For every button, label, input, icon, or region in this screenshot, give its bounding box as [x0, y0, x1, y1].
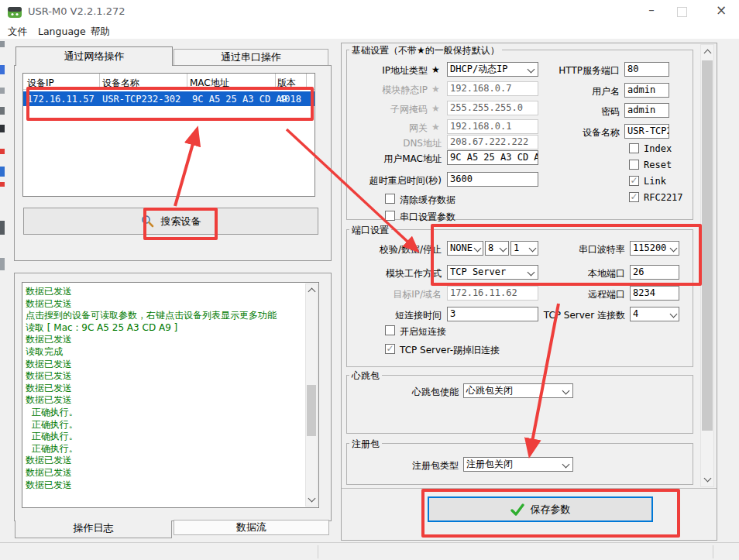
log-line: 数据已发送	[26, 298, 303, 311]
device-ip-cell: 172.16.11.57	[27, 94, 95, 105]
baud-select[interactable]: 115200	[630, 241, 679, 256]
ip-type-value: DHCP/动态IP	[450, 64, 508, 74]
work-mode-select[interactable]: TCP Server	[447, 265, 538, 280]
local-port-field[interactable]: 26	[630, 265, 679, 280]
register-type-select[interactable]: 注册包关闭	[463, 457, 573, 472]
menu-help[interactable]: 帮助	[91, 26, 110, 39]
device-col-name[interactable]: 设备名称	[102, 77, 139, 90]
log-scrollbar-thumb[interactable]	[307, 385, 316, 436]
minimize-button[interactable]: –	[640, 3, 663, 20]
menu-file[interactable]: 文件	[8, 26, 27, 39]
column-separator	[99, 74, 100, 89]
tab-operation-log[interactable]: 操作日志	[15, 520, 172, 538]
status-bar-divider	[713, 545, 713, 558]
gateway-field[interactable]: 192.168.0.1	[447, 119, 538, 134]
http-port-field[interactable]: 80	[624, 62, 669, 77]
stopbits-select[interactable]: 1	[510, 241, 538, 256]
heartbeat-enable-select[interactable]: 心跳包关闭	[463, 383, 573, 398]
dns-field[interactable]: 208.67.222.222	[447, 135, 538, 149]
user-mac-field[interactable]: 9C A5 25 A3 CD A9	[447, 150, 538, 165]
target-ip-field[interactable]: 172.16.11.62	[447, 286, 538, 301]
clear-cache-label: 清除缓存数据	[400, 194, 455, 207]
search-device-button[interactable]: 搜索设备	[23, 208, 318, 235]
device-col-mac[interactable]: MAC地址	[190, 77, 229, 90]
subnet-star: ★	[431, 103, 442, 114]
settings-scrollbar-thumb[interactable]	[702, 60, 713, 431]
link-checkbox[interactable]: ✓	[629, 176, 639, 186]
reset-checkbox[interactable]	[629, 160, 639, 170]
device-name-label: 设备名称	[542, 126, 620, 139]
databits-value: 8	[488, 242, 493, 253]
parity-value: NONE	[450, 242, 473, 253]
clear-cache-checkbox[interactable]	[385, 194, 395, 204]
link-label: Link	[644, 176, 666, 187]
search-device-label: 搜索设备	[161, 215, 201, 228]
log-line: 正确执行。	[26, 431, 303, 443]
rfc2217-checkbox[interactable]: ✓	[629, 192, 639, 202]
target-ip-label: 目标IP/域名	[341, 288, 442, 301]
timeout-field[interactable]: 3600	[447, 172, 538, 187]
scroll-up-icon[interactable]	[704, 50, 712, 57]
scroll-down-icon[interactable]	[704, 475, 712, 483]
log-scrollbar[interactable]	[305, 283, 318, 507]
register-title: 注册包	[349, 438, 382, 451]
rfc2217-label: RFC2217	[644, 192, 683, 203]
kick-old-checkbox[interactable]: ✓	[385, 344, 395, 354]
panel-footer-separator	[342, 488, 717, 489]
tab-data-stream[interactable]: 数据流	[174, 520, 329, 535]
title-bar: USR-M0 V2.2.1.272 – ×	[0, 0, 739, 23]
log-line: 数据已发送	[26, 286, 303, 298]
log-line: 读取 [ Mac : 9C A5 25 A3 CD A9 ]	[26, 322, 303, 335]
settings-scrollbar[interactable]	[700, 44, 714, 487]
device-col-ip[interactable]: 设备IP	[27, 77, 54, 90]
parity-label: 校验/数据/停止	[341, 243, 442, 256]
maximize-button[interactable]	[677, 7, 687, 17]
conn-count-select[interactable]: 4	[630, 307, 679, 321]
device-col-version[interactable]: 版本	[277, 77, 296, 90]
timeout-label: 超时重启时间(秒)	[341, 174, 442, 187]
log-line: 数据已发送	[26, 394, 303, 407]
check-icon	[510, 503, 524, 516]
password-value: admin	[627, 105, 655, 115]
short-conn-checkbox[interactable]	[385, 325, 395, 335]
serial-params-checkbox[interactable]	[385, 211, 395, 221]
close-button[interactable]: ×	[710, 2, 733, 21]
databits-select[interactable]: 8	[485, 241, 509, 256]
static-ip-field[interactable]: 192.168.0.7	[447, 81, 538, 96]
log-line: 数据已发送	[26, 467, 303, 479]
tab-serial-operate[interactable]: 通过串口操作	[174, 49, 328, 66]
log-box: 数据已发送 数据已发送 点击搜到的设备可读取参数，右键点击设备列表显示更多功能 …	[22, 282, 319, 508]
parity-select[interactable]: NONE	[447, 241, 483, 256]
scroll-up-icon[interactable]	[308, 288, 316, 296]
device-mac-cell: 9C A5 25 A3 CD A9	[192, 94, 287, 105]
dns-label: DNS地址	[341, 137, 442, 150]
scroll-down-icon[interactable]	[308, 495, 316, 503]
status-bar-divider	[318, 545, 318, 558]
index-checkbox[interactable]	[629, 143, 639, 153]
chevron-down-icon	[670, 245, 678, 253]
dns-value: 208.67.222.222	[450, 136, 528, 147]
heartbeat-enable-label: 心跳包使能	[358, 386, 459, 399]
user-mac-value: 9C A5 25 A3 CD A9	[450, 152, 538, 163]
tab-data-stream-label: 数据流	[236, 521, 266, 533]
username-field[interactable]: admin	[624, 83, 669, 98]
username-label: 用户名	[542, 85, 620, 98]
gateway-star: ★	[431, 122, 442, 132]
log-line: 数据已发送	[26, 479, 303, 492]
device-row-selected[interactable]: 172.16.11.57 USR-TCP232-302 9C A5 25 A3 …	[23, 91, 315, 106]
menu-language[interactable]: Language	[38, 26, 86, 37]
save-params-button[interactable]: 保存参数	[428, 496, 653, 522]
conn-count-label: TCP Server 连接数	[521, 309, 625, 322]
remote-port-field[interactable]: 8234	[630, 286, 679, 301]
subnet-label: 子网掩码	[341, 103, 428, 116]
device-name-field[interactable]: USR-TCP23	[624, 124, 669, 139]
heartbeat-enable-value: 心跳包关闭	[466, 385, 513, 396]
ip-type-select[interactable]: DHCP/动态IP	[447, 62, 538, 77]
subnet-field[interactable]: 255.255.255.0	[447, 101, 538, 115]
app-window: USR-M0 V2.2.1.272 – × 文件 Language 帮助 通过网…	[0, 0, 739, 560]
password-field[interactable]: admin	[624, 103, 669, 118]
serial-params-label: 串口设置参数	[400, 211, 455, 224]
tab-network-operate[interactable]: 通过网络操作	[15, 46, 173, 66]
remote-port-label: 远程端口	[548, 288, 625, 301]
stopbits-value: 1	[514, 242, 519, 253]
